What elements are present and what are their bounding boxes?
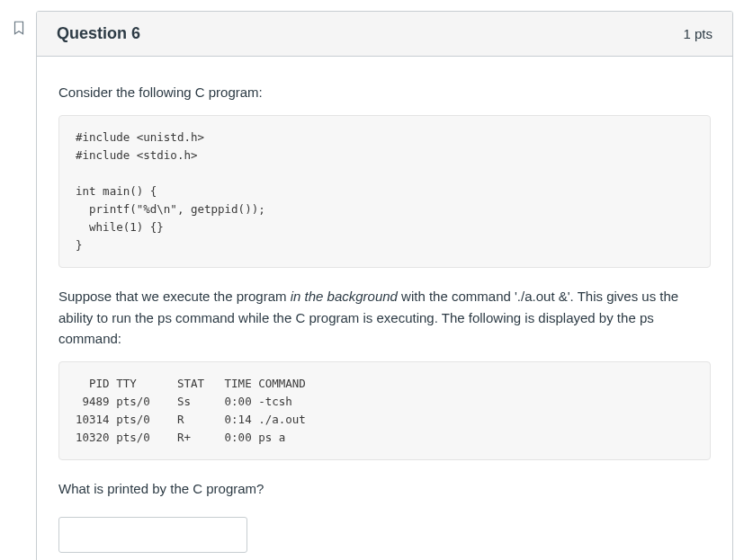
question-header: Question 6 1 pts: [37, 12, 732, 57]
code-block-ps-output: PID TTY STAT TIME COMMAND 9489 pts/0 Ss …: [58, 361, 711, 460]
code-block-program: #include <unistd.h> #include <stdio.h> i…: [58, 115, 711, 268]
bookmark-icon[interactable]: [11, 18, 29, 40]
question-body: Consider the following C program: #inclu…: [37, 57, 732, 560]
prompt-middle: Suppose that we execute the program in t…: [58, 286, 711, 349]
question-card: Question 6 1 pts Consider the following …: [36, 11, 733, 560]
question-title: Question 6: [57, 24, 140, 43]
prompt-question: What is printed by the C program?: [58, 478, 711, 499]
question-points: 1 pts: [683, 26, 713, 41]
answer-input[interactable]: [58, 517, 247, 553]
prompt-intro: Consider the following C program:: [58, 82, 711, 102]
